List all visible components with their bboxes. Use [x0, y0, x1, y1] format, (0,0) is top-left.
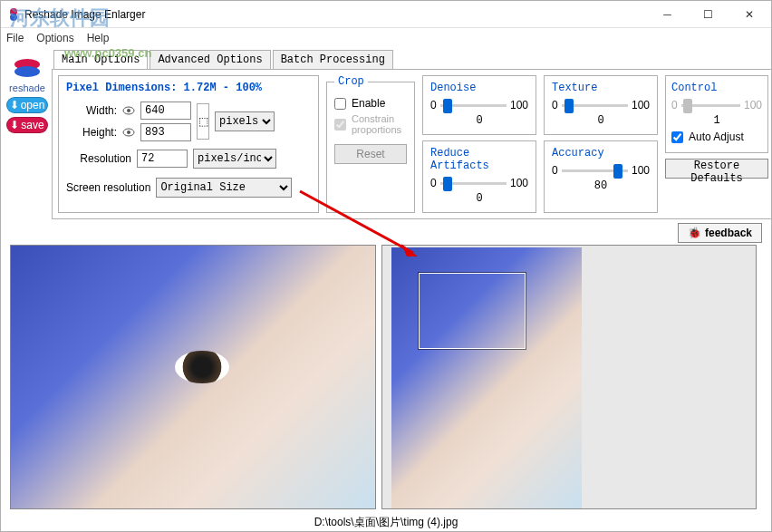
height-label: Height: — [66, 126, 117, 139]
accuracy-group: Accuracy 0100 80 — [544, 140, 658, 213]
resolution-unit-select[interactable]: pixels/inch — [193, 149, 276, 169]
auto-adjust-checkbox[interactable] — [671, 131, 683, 143]
screen-resolution-select[interactable]: Original Size — [156, 178, 292, 198]
accuracy-label: Accuracy — [552, 147, 650, 160]
save-icon: ⬇ — [10, 119, 19, 131]
unit-select[interactable]: pixels — [215, 111, 275, 131]
control-label: Control — [671, 82, 762, 94]
control-group: Control 0100 1 Auto Adjust — [665, 75, 768, 153]
tab-body: Pixel Dimensions: 1.72M - 100% Width: He… — [52, 69, 772, 219]
svg-point-1 — [10, 14, 17, 21]
maximize-button[interactable]: ☐ — [688, 2, 729, 27]
tab-batch-processing[interactable]: Batch Processing — [273, 50, 393, 69]
accuracy-slider[interactable] — [562, 161, 628, 179]
enlarged-preview[interactable] — [10, 245, 376, 509]
minimize-button[interactable]: ─ — [647, 2, 688, 27]
open-button[interactable]: ⬇open — [6, 97, 48, 113]
reduce-artifacts-group: Reduce Artifacts 0100 0 — [422, 140, 536, 213]
pixel-dimensions-group: Pixel Dimensions: 1.72M - 100% Width: He… — [58, 75, 319, 213]
reshade-logo-icon — [11, 57, 43, 79]
sidebar: reshade ⬇open ⬇save — [6, 50, 48, 219]
pixel-dimensions-header: Pixel Dimensions: 1.72M - 100% — [66, 82, 311, 94]
denoise-group: Denoise 0100 0 — [422, 75, 536, 135]
menu-file[interactable]: File — [6, 32, 24, 44]
height-input[interactable] — [140, 123, 191, 141]
brand-label: reshade — [9, 82, 45, 93]
texture-slider[interactable] — [562, 96, 628, 114]
resolution-label: Resolution — [66, 152, 131, 165]
width-input[interactable] — [140, 102, 191, 120]
crop-enable-checkbox[interactable] — [334, 98, 346, 110]
source-preview[interactable] — [381, 245, 757, 509]
reduce-value: 0 — [430, 192, 528, 205]
tab-advanced-options[interactable]: Advanced Options — [150, 50, 270, 69]
app-icon — [6, 7, 21, 22]
tab-strip: Main Options Advanced Options Batch Proc… — [53, 50, 772, 69]
selection-box[interactable] — [419, 273, 526, 349]
file-path: D:\tools\桌面\图片\timg (4).jpg — [1, 509, 771, 532]
menu-bar: File Options Help — [1, 28, 771, 48]
control-value: 1 — [671, 114, 762, 127]
constrain-checkbox — [334, 119, 346, 131]
svg-point-7 — [127, 131, 130, 134]
denoise-value: 0 — [430, 114, 528, 127]
window-title: Reshade Image Enlarger — [24, 8, 145, 21]
control-slider — [681, 96, 740, 114]
open-icon: ⬇ — [10, 99, 19, 111]
feedback-button[interactable]: 🐞feedback — [678, 223, 762, 243]
tab-main-options[interactable]: Main Options — [53, 50, 148, 69]
svg-point-5 — [127, 109, 130, 112]
texture-group: Texture 0100 0 — [544, 75, 658, 135]
close-button[interactable]: ✕ — [729, 2, 769, 27]
menu-help[interactable]: Help — [87, 32, 110, 44]
reduce-label: Reduce Artifacts — [430, 147, 528, 172]
reduce-slider[interactable] — [440, 174, 507, 192]
save-button[interactable]: ⬇save — [6, 117, 48, 133]
screen-resolution-label: Screen resolution — [66, 181, 150, 194]
width-label: Width: — [66, 104, 117, 117]
crop-group: Crop Enable Constrain proportions Reset — [326, 75, 415, 213]
texture-label: Texture — [552, 82, 650, 94]
denoise-slider[interactable] — [440, 96, 507, 114]
constrain-label: Constrain proportions — [352, 113, 407, 135]
eye-icon — [122, 106, 135, 115]
svg-point-3 — [14, 66, 40, 77]
menu-options[interactable]: Options — [36, 32, 73, 44]
resolution-input[interactable] — [137, 150, 188, 168]
restore-defaults-button[interactable]: Restore Defaults — [665, 159, 768, 179]
texture-value: 0 — [552, 114, 650, 127]
crop-legend: Crop — [334, 75, 368, 88]
bug-icon: 🐞 — [688, 227, 701, 239]
link-dimensions-icon[interactable]: ⬚ — [197, 103, 209, 140]
title-bar: Reshade Image Enlarger ─ ☐ ✕ — [1, 1, 771, 28]
denoise-label: Denoise — [430, 82, 528, 94]
crop-reset-button: Reset — [334, 144, 407, 164]
accuracy-value: 80 — [552, 179, 650, 192]
crop-enable-label: Enable — [352, 97, 385, 110]
eye-icon — [122, 128, 135, 137]
auto-adjust-label: Auto Adjust — [689, 131, 744, 143]
